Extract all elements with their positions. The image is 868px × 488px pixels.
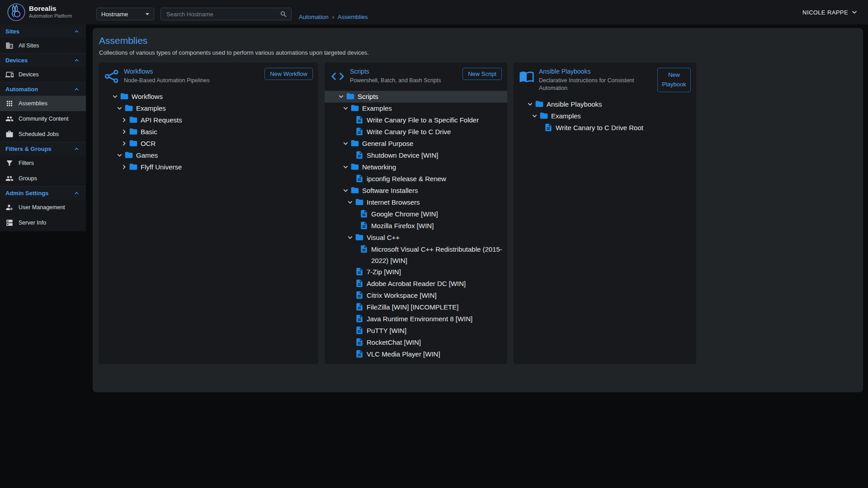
tree-item-rocketchat-win[interactable]: RocketChat [WIN]: [325, 337, 507, 348]
file-icon: [354, 114, 364, 126]
tree-item-ipconfig-release-renew[interactable]: ipconfig Release & Renew: [325, 173, 507, 185]
building-icon: [5, 42, 14, 50]
tree-item-internet-browsers[interactable]: Internet Browsers: [325, 197, 507, 208]
chevron-down-icon[interactable]: [525, 99, 534, 110]
sidebar-item-label: User Management: [19, 204, 65, 211]
hostname-select[interactable]: Hostname: [96, 8, 154, 20]
chevron-spacer: [345, 313, 354, 324]
chevron-spacer: [350, 220, 359, 231]
sidebar-item-user-management[interactable]: User Management: [0, 200, 86, 215]
tree-item-java-runtime-environment-8-win[interactable]: Java Runtime Environment 8 [WIN]: [325, 313, 507, 325]
chevron-right-icon[interactable]: [119, 161, 128, 173]
new-script-button[interactable]: New Script: [462, 68, 502, 80]
playbooks-card-header: Ansible PlaybooksDeclarative Instruction…: [514, 62, 696, 98]
sidebar-item-filters[interactable]: Filters: [0, 155, 86, 171]
sidebar-item-assemblies[interactable]: Assemblies: [0, 96, 86, 111]
sidebar-item-all-sites[interactable]: All Sites: [0, 38, 86, 53]
sidebar-section-header-admin-settings[interactable]: Admin Settings: [0, 186, 86, 200]
sidebar-item-groups[interactable]: Groups: [0, 171, 86, 186]
tree-item-google-chrome-win[interactable]: Google Chrome [WIN]: [325, 208, 507, 220]
chevron-spacer: [345, 325, 354, 336]
chevron-down-icon[interactable]: [115, 150, 124, 161]
tree-item-ocr[interactable]: OCR: [99, 138, 318, 150]
tree-item-general-purpose[interactable]: General Purpose: [325, 138, 507, 150]
folder-icon: [539, 110, 549, 122]
tree-item-write-canary-file-to-c-drive[interactable]: Write Canary File to C Drive: [325, 126, 507, 138]
search-icon[interactable]: [280, 10, 288, 18]
tree-item-shutdown-device-win[interactable]: Shutdown Device [WIN]: [325, 150, 507, 161]
chevron-up-icon: [73, 56, 80, 64]
tree-item-microsoft-visual-c-redistributable-2015-2022-win[interactable]: Microsoft Visual C++ Redistributable (20…: [325, 244, 507, 266]
tree-item-write-canary-to-c-drive-root[interactable]: Write Canary to C Drive Root: [514, 122, 696, 134]
tree-item-networking[interactable]: Networking: [325, 161, 507, 173]
user-menu[interactable]: NICOLE RAPPE: [802, 6, 859, 19]
tree-item-label: 7-Zip [WIN]: [364, 266, 401, 277]
chevron-down-icon[interactable]: [341, 161, 350, 173]
chevron-right-icon[interactable]: [119, 138, 128, 149]
tree-item-workflows[interactable]: Workflows: [99, 91, 318, 103]
sidebar-item-devices[interactable]: Devices: [0, 67, 86, 82]
brand: Borealis Automation Platform: [29, 5, 72, 19]
sidebar-section-label: Automation: [5, 86, 38, 93]
chevron-down-icon[interactable]: [345, 197, 354, 208]
tree-item-label: General Purpose: [360, 138, 413, 149]
tree-item-examples[interactable]: Examples: [325, 103, 507, 114]
sidebar-section-header-devices[interactable]: Devices: [0, 53, 86, 67]
breadcrumb-item-assemblies[interactable]: Assemblies: [338, 14, 368, 20]
card-title[interactable]: Ansible Playbooks: [539, 68, 653, 75]
tree-item-putty-win[interactable]: PuTTY [WIN]: [325, 325, 507, 337]
tree-item-vlc-media-player-win[interactable]: VLC Media Player [WIN]: [325, 348, 507, 360]
tree-item-mozilla-firefox-win[interactable]: Mozilla Firefox [WIN]: [325, 220, 507, 232]
chevron-up-icon: [73, 85, 80, 93]
tree-item-7-zip-win[interactable]: 7-Zip [WIN]: [325, 266, 507, 278]
tree-item-software-installers[interactable]: Software Installers: [325, 185, 507, 197]
search-input[interactable]: [165, 10, 280, 18]
sidebar-item-scheduled-jobs[interactable]: Scheduled Jobs: [0, 127, 86, 142]
tree-item-api-requests[interactable]: API Requests: [99, 114, 318, 126]
tree-item-write-canary-file-to-a-specific-folder[interactable]: Write Canary File to a Specific Folder: [325, 114, 507, 126]
tree-item-ansible-playbooks[interactable]: Ansible Playbooks: [514, 99, 696, 110]
chevron-right-icon[interactable]: [119, 114, 128, 126]
sidebar-item-community-content[interactable]: Community Content: [0, 111, 86, 127]
breadcrumb-item-automation[interactable]: Automation: [299, 14, 329, 20]
tree-item-label: Ansible Playbooks: [544, 99, 602, 110]
chevron-down-icon[interactable]: [110, 91, 119, 102]
chevron-down-icon[interactable]: [345, 232, 354, 243]
scripts-tree: ScriptsExamplesWrite Canary File to a Sp…: [325, 90, 507, 360]
chevron-right-icon[interactable]: [119, 126, 128, 137]
tree-item-games[interactable]: Games: [99, 150, 318, 161]
card-title[interactable]: Scripts: [350, 68, 458, 75]
tree-item-label: Software Installers: [360, 185, 418, 196]
tree-item-citrix-workspace-win[interactable]: Citrix Workspace [WIN]: [325, 290, 507, 301]
new-playbook-button[interactable]: New Playbook: [657, 68, 691, 92]
tree-item-scripts[interactable]: Scripts: [325, 91, 507, 103]
scripts-card-header: ScriptsPowershell, Batch, and Bash Scrip…: [325, 62, 507, 90]
tree-item-examples[interactable]: Examples: [99, 103, 318, 114]
tree-item-basic[interactable]: Basic: [99, 126, 318, 138]
playbooks-tree: Ansible PlaybooksExamplesWrite Canary to…: [514, 98, 696, 134]
content-panel: Assemblies Collections of various types …: [93, 28, 863, 392]
sidebar-item-label: Assemblies: [19, 100, 47, 107]
sidebar-section-header-filters-groups[interactable]: Filters & Groups: [0, 142, 86, 155]
chevron-spacer: [345, 278, 354, 289]
new-workflow-button[interactable]: New Workflow: [264, 68, 313, 80]
tree-item-visual-c[interactable]: Visual C++: [325, 232, 507, 244]
chevron-down-icon[interactable]: [341, 138, 350, 149]
folder-icon: [128, 114, 138, 126]
chevron-down-icon[interactable]: [341, 185, 350, 196]
sidebar-section-header-automation[interactable]: Automation: [0, 82, 86, 96]
sidebar-section-header-sites[interactable]: Sites: [0, 24, 86, 38]
tree-item-filezilla-win-incomplete[interactable]: FileZilla [WIN] [INCOMPLETE]: [325, 301, 507, 313]
chevron-down-icon[interactable]: [530, 110, 539, 122]
tree-item-flyff-universe[interactable]: Flyff Universe: [99, 161, 318, 173]
tree-item-label: Networking: [360, 161, 396, 173]
tree-item-examples[interactable]: Examples: [514, 110, 696, 122]
tree-item-label: Shutdown Device [WIN]: [364, 150, 438, 161]
tree-item-label: Basic: [138, 126, 157, 137]
tree-item-adobe-acrobat-reader-dc-win[interactable]: Adobe Acrobat Reader DC [WIN]: [325, 278, 507, 290]
chevron-down-icon[interactable]: [341, 103, 350, 114]
chevron-down-icon[interactable]: [115, 103, 124, 114]
card-title[interactable]: Workflows: [124, 68, 260, 75]
sidebar-item-server-info[interactable]: Server Info: [0, 215, 86, 230]
chevron-down-icon[interactable]: [336, 91, 345, 102]
